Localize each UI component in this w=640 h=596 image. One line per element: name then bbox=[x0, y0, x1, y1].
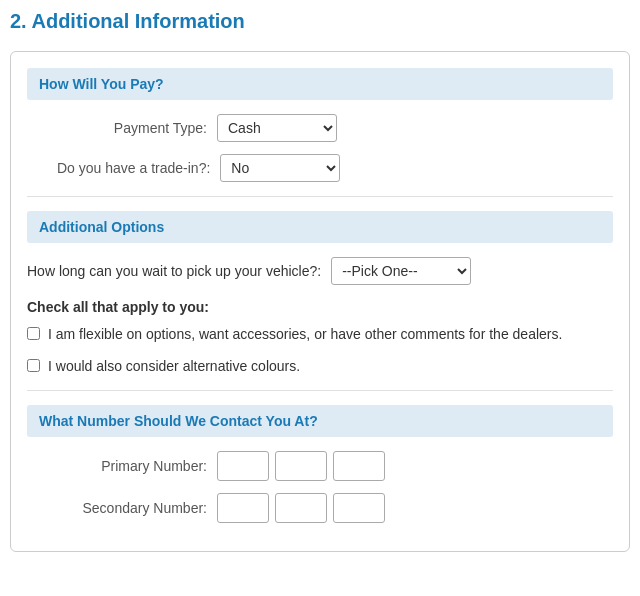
primary-prefix[interactable] bbox=[275, 451, 327, 481]
secondary-number-inputs bbox=[217, 493, 385, 523]
main-card: How Will You Pay? Payment Type: Cash Fin… bbox=[10, 51, 630, 552]
additional-options-header: Additional Options bbox=[27, 211, 613, 243]
secondary-number-row: Secondary Number: bbox=[27, 493, 613, 523]
section-divider bbox=[27, 196, 613, 197]
primary-area-code[interactable] bbox=[217, 451, 269, 481]
primary-line[interactable] bbox=[333, 451, 385, 481]
secondary-number-label: Secondary Number: bbox=[57, 500, 217, 516]
payment-type-label: Payment Type: bbox=[57, 120, 217, 136]
checkbox-colours-label: I would also consider alternative colour… bbox=[48, 357, 300, 377]
trade-in-row: Do you have a trade-in?: No Yes bbox=[27, 154, 613, 182]
primary-number-row: Primary Number: bbox=[27, 451, 613, 481]
checkbox-row-2: I would also consider alternative colour… bbox=[27, 357, 613, 377]
checkbox-colours[interactable] bbox=[27, 359, 40, 372]
page-title: 2. Additional Information bbox=[10, 10, 630, 39]
payment-section-header: How Will You Pay? bbox=[27, 68, 613, 100]
contact-section-header: What Number Should We Contact You At? bbox=[27, 405, 613, 437]
section-divider-2 bbox=[27, 390, 613, 391]
pickup-select[interactable]: --Pick One-- Immediately 1 Month 2 Month… bbox=[331, 257, 471, 285]
contact-section: What Number Should We Contact You At? Pr… bbox=[27, 405, 613, 523]
trade-in-label: Do you have a trade-in?: bbox=[57, 160, 220, 176]
secondary-area-code[interactable] bbox=[217, 493, 269, 523]
checkbox-row-1: I am flexible on options, want accessori… bbox=[27, 325, 613, 345]
trade-in-select[interactable]: No Yes bbox=[220, 154, 340, 182]
checkbox-flexible-label: I am flexible on options, want accessori… bbox=[48, 325, 562, 345]
primary-number-inputs bbox=[217, 451, 385, 481]
secondary-line[interactable] bbox=[333, 493, 385, 523]
payment-type-select[interactable]: Cash Finance Lease bbox=[217, 114, 337, 142]
check-all-title: Check all that apply to you: bbox=[27, 299, 613, 315]
pickup-row: How long can you wait to pick up your ve… bbox=[27, 257, 613, 285]
primary-number-label: Primary Number: bbox=[57, 458, 217, 474]
secondary-prefix[interactable] bbox=[275, 493, 327, 523]
checkbox-flexible[interactable] bbox=[27, 327, 40, 340]
pickup-label: How long can you wait to pick up your ve… bbox=[27, 263, 321, 279]
payment-type-row: Payment Type: Cash Finance Lease bbox=[27, 114, 613, 142]
